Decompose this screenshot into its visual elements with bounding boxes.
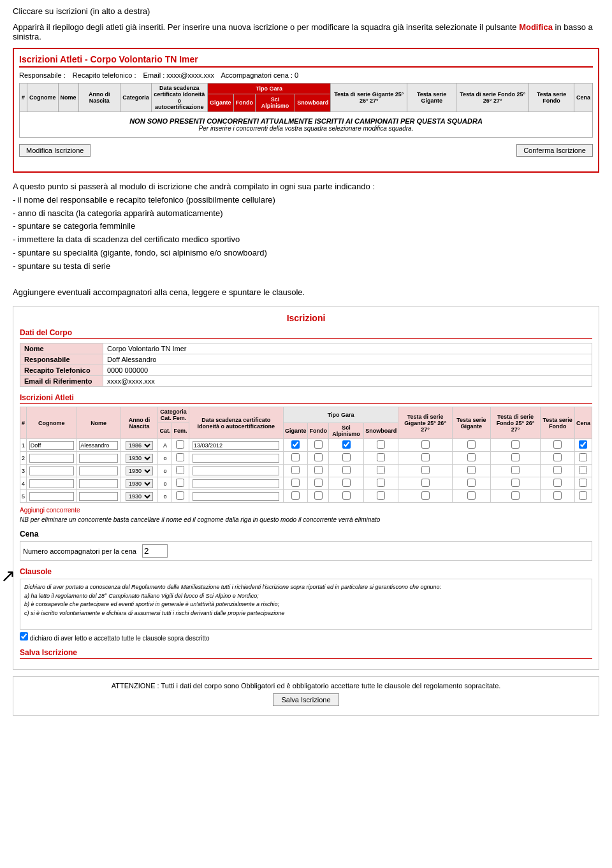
fem-checkbox[interactable] (176, 491, 184, 500)
row-cognome[interactable] (27, 439, 77, 452)
row-anno[interactable]: 1930 (120, 465, 158, 477)
row-tf2[interactable] (541, 490, 575, 503)
tf1-checkbox[interactable] (511, 440, 520, 449)
row-tf1[interactable] (490, 465, 541, 477)
cognome-input[interactable] (29, 492, 74, 501)
row-cognome[interactable] (27, 452, 77, 465)
snow-checkbox[interactable] (377, 453, 385, 461)
data-input[interactable] (193, 454, 279, 463)
nome-input[interactable] (79, 441, 118, 450)
anno-select[interactable]: 1930 (126, 479, 153, 488)
data-input[interactable] (193, 467, 279, 475)
conferma-iscrizione-button[interactable]: Conferma Iscrizione (516, 144, 593, 157)
anno-select[interactable]: 1930 (126, 492, 153, 501)
tg2-checkbox[interactable] (467, 453, 476, 461)
row-cena[interactable] (574, 439, 592, 452)
nome-input[interactable] (79, 467, 118, 475)
anno-select[interactable]: 1986 (126, 441, 153, 450)
row-sci[interactable] (328, 490, 363, 503)
row-sci[interactable] (328, 439, 363, 452)
tg2-checkbox[interactable] (467, 479, 476, 487)
anno-select[interactable]: 1930 (126, 454, 153, 463)
row-data[interactable] (189, 452, 283, 465)
snow-checkbox[interactable] (377, 479, 385, 487)
row-fem[interactable] (172, 452, 189, 465)
salva-iscrizione-button[interactable]: Salva Iscrizione (273, 693, 339, 706)
tf2-checkbox[interactable] (553, 440, 562, 449)
cognome-input[interactable] (29, 441, 74, 450)
row-gigante[interactable] (283, 452, 308, 465)
nome-input[interactable] (79, 492, 118, 501)
tf1-checkbox[interactable] (511, 491, 520, 500)
row-tf2[interactable] (541, 465, 575, 477)
row-anno[interactable]: 1930 (120, 477, 158, 490)
fem-checkbox[interactable] (176, 479, 184, 487)
cognome-input[interactable] (29, 467, 74, 475)
nome-input[interactable] (79, 454, 118, 463)
snow-checkbox[interactable] (377, 440, 385, 449)
tg2-checkbox[interactable] (467, 440, 476, 449)
modifica-iscrizione-button[interactable]: Modifica Iscrizione (19, 144, 91, 157)
cena-checkbox[interactable] (579, 453, 587, 461)
sci-checkbox[interactable] (342, 440, 351, 449)
tg1-checkbox[interactable] (421, 466, 430, 474)
row-tf2[interactable] (541, 477, 575, 490)
row-snow[interactable] (364, 477, 398, 490)
nome-input[interactable] (79, 479, 118, 488)
row-cena[interactable] (574, 452, 592, 465)
tf1-checkbox[interactable] (511, 466, 520, 474)
row-tf1[interactable] (490, 452, 541, 465)
row-tg1[interactable] (398, 452, 453, 465)
fondo-checkbox[interactable] (314, 466, 323, 474)
row-tg1[interactable] (398, 439, 453, 452)
fem-checkbox[interactable] (176, 453, 184, 461)
row-fem[interactable] (172, 490, 189, 503)
row-nome[interactable] (76, 490, 120, 503)
row-nome[interactable] (76, 477, 120, 490)
tg1-checkbox[interactable] (421, 453, 430, 461)
row-gigante[interactable] (283, 490, 308, 503)
row-cognome[interactable] (27, 490, 77, 503)
aggiungi-concorrente-link[interactable]: Aggiungi concorrente (20, 507, 592, 514)
row-gigante[interactable] (283, 439, 308, 452)
sci-checkbox[interactable] (342, 453, 351, 461)
sci-checkbox[interactable] (342, 466, 351, 474)
row-tg1[interactable] (398, 490, 453, 503)
row-cognome[interactable] (27, 465, 77, 477)
tf1-checkbox[interactable] (511, 453, 520, 461)
row-snow[interactable] (364, 465, 398, 477)
cena-checkbox[interactable] (579, 466, 587, 474)
row-anno[interactable]: 1986 (120, 439, 158, 452)
row-tf1[interactable] (490, 490, 541, 503)
tg1-checkbox[interactable] (421, 440, 430, 449)
fondo-checkbox[interactable] (314, 440, 323, 449)
cena-checkbox[interactable] (579, 440, 587, 449)
row-data[interactable] (189, 490, 283, 503)
tf1-checkbox[interactable] (511, 479, 520, 487)
fem-checkbox[interactable] (176, 440, 184, 449)
row-cena[interactable] (574, 465, 592, 477)
data-input[interactable] (193, 479, 279, 488)
snow-checkbox[interactable] (377, 491, 385, 500)
row-anno[interactable]: 1930 (120, 452, 158, 465)
row-nome[interactable] (76, 465, 120, 477)
cognome-input[interactable] (29, 479, 74, 488)
row-nome[interactable] (76, 452, 120, 465)
gigante-checkbox[interactable] (291, 491, 300, 500)
tg2-checkbox[interactable] (467, 466, 476, 474)
fem-checkbox[interactable] (176, 466, 184, 474)
row-fondo[interactable] (308, 452, 329, 465)
tg2-checkbox[interactable] (467, 491, 476, 500)
row-data[interactable] (189, 439, 283, 452)
row-tf1[interactable] (490, 439, 541, 452)
row-cena[interactable] (574, 490, 592, 503)
tf2-checkbox[interactable] (553, 491, 562, 500)
gigante-checkbox[interactable] (291, 440, 300, 449)
clausole-checkbox[interactable] (20, 632, 28, 640)
row-tf2[interactable] (541, 439, 575, 452)
row-tg1[interactable] (398, 477, 453, 490)
row-fondo[interactable] (308, 465, 329, 477)
row-anno[interactable]: 1930 (120, 490, 158, 503)
cognome-input[interactable] (29, 454, 74, 463)
cena-checkbox[interactable] (579, 479, 587, 487)
